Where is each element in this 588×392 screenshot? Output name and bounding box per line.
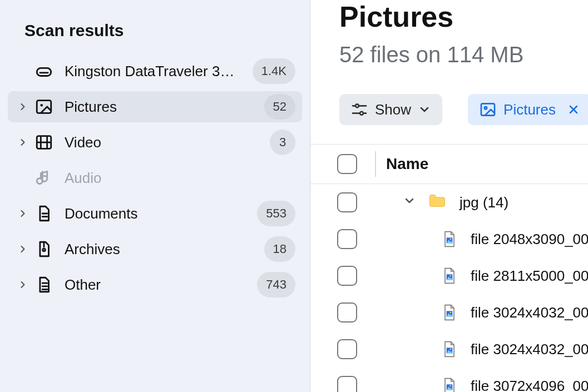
video-icon [34,133,59,152]
file-name: file 3024x4032_00 [471,304,588,321]
drive-icon [34,62,59,81]
sidebar-item-archive[interactable]: Archives18 [8,234,302,265]
sidebar-item-audio: Audio [8,162,302,193]
scan-results-heading: Scan results [24,21,304,40]
document-icon [34,204,59,223]
sidebar-item-other[interactable]: Other743 [8,269,302,300]
image-file-icon [441,340,458,358]
count-badge: 18 [264,236,295,262]
column-name-header[interactable]: Name [375,151,428,177]
expand-icon [13,101,32,112]
file-row[interactable]: file 3072x4096_00 [310,368,588,392]
sidebar-item-pictures[interactable]: Pictures52 [8,91,302,122]
file-row[interactable]: file 2811x5000_00 [310,257,588,294]
file-name: file 2048x3090_00 [471,231,588,248]
pictures-icon [479,101,497,118]
count-badge: 1.4K [253,58,295,84]
chevron-down-icon[interactable] [403,194,416,211]
svg-point-3 [360,112,363,115]
file-checkbox[interactable] [337,302,357,322]
count-badge: 52 [264,94,295,120]
file-checkbox[interactable] [337,266,357,286]
sidebar-item-label: Kingston DataTraveler 3… [65,63,253,80]
folder-icon [427,191,447,215]
sidebar-item-label: Archives [65,241,264,258]
file-checkbox[interactable] [337,376,357,392]
sidebar-item-label: Audio [65,170,295,187]
sidebar: Scan results Kingston DataTraveler 3…1.4… [0,0,310,392]
sidebar-item-video[interactable]: Video3 [8,127,302,158]
list-header: Name [310,144,588,184]
sidebar-item-label: Documents [65,205,257,222]
sidebar-item-document[interactable]: Documents553 [8,198,302,229]
other-icon [34,275,59,294]
toolbar: Show Pictures [339,94,588,125]
image-file-icon [441,230,458,248]
file-checkbox[interactable] [337,229,357,249]
file-list: jpg (14)file 2048x3090_00file 2811x5000_… [310,184,588,392]
group-label: jpg (14) [459,194,508,211]
image-file-icon [441,267,458,285]
svg-point-1 [355,104,359,107]
sidebar-item-label: Other [65,276,257,294]
group-checkbox[interactable] [337,192,357,212]
close-icon[interactable] [567,103,580,116]
file-checkbox[interactable] [337,339,357,359]
filter-chip-pictures[interactable]: Pictures [468,94,588,125]
expand-icon [13,279,32,290]
audio-icon [34,168,59,187]
main-panel: Pictures 52 files on 114 MB Show Picture… [310,0,588,392]
expand-icon [13,244,32,255]
expand-icon [13,137,32,148]
select-all-checkbox[interactable] [337,154,357,174]
count-badge: 743 [257,272,295,297]
page-subtitle: 52 files on 114 MB [339,42,588,67]
sidebar-item-label: Pictures [65,98,264,116]
count-badge: 3 [270,130,295,155]
nav-list: Kingston DataTraveler 3…1.4KPictures52Vi… [6,56,304,300]
group-row[interactable]: jpg (14) [310,184,588,221]
image-file-icon [441,304,458,321]
count-badge: 553 [257,201,295,226]
file-name: file 3024x4032_00 [471,341,588,358]
svg-point-5 [485,107,487,109]
image-file-icon [441,377,458,392]
file-name: file 2811x5000_00 [471,267,588,285]
expand-icon [13,208,32,219]
file-row[interactable]: file 2048x3090_00 [310,221,588,257]
sidebar-item-drive[interactable]: Kingston DataTraveler 3…1.4K [8,56,302,87]
sliders-icon [350,101,368,118]
pictures-icon [34,97,59,116]
svg-rect-4 [481,103,495,115]
file-name: file 3072x4096_00 [471,378,588,393]
file-row[interactable]: file 3024x4032_00 [310,331,588,368]
chevron-down-icon [418,103,431,116]
page-title: Pictures [339,0,588,33]
sidebar-item-label: Video [65,134,270,151]
archive-icon [34,240,59,259]
show-button[interactable]: Show [339,94,442,125]
filter-chip-label: Pictures [503,101,556,118]
show-button-label: Show [375,101,411,118]
file-row[interactable]: file 3024x4032_00 [310,294,588,331]
